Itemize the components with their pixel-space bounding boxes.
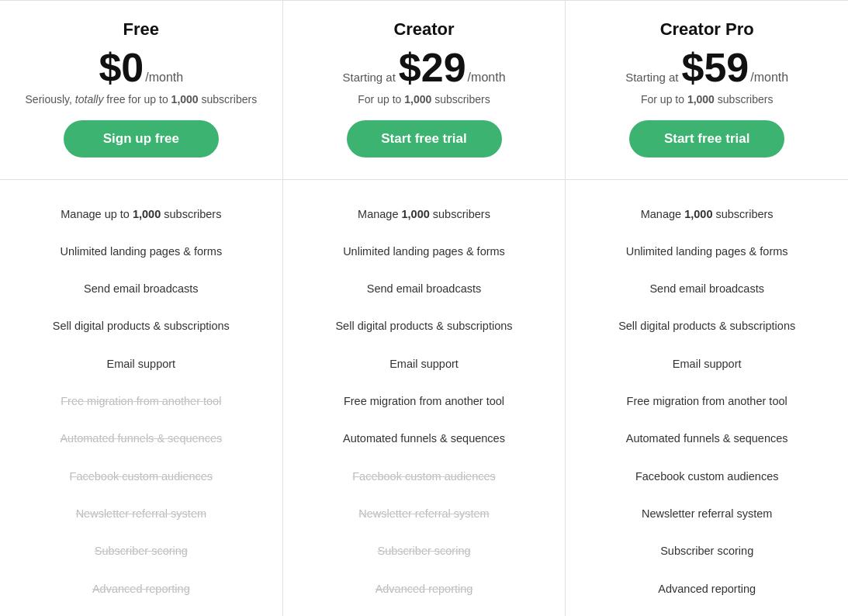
plan-col-creator: CreatorStarting at$29/monthFor up to 1,0… (283, 1, 566, 616)
price-wrap-free: $0/monthSeriously, totally free for up t… (26, 47, 258, 120)
feature-item-free-10: Advanced reporting (12, 570, 270, 607)
price-period-free: /month (145, 71, 183, 85)
plan-name-free: Free (123, 19, 159, 40)
price-period-creator: /month (468, 71, 506, 85)
plan-header-creator: CreatorStarting at$29/monthFor up to 1,0… (283, 1, 566, 180)
feature-item-creator-0: Manage 1,000 subscribers (296, 196, 553, 233)
price-amount-creator-pro: $59 (682, 47, 749, 88)
price-wrap-creator-pro: Starting at$59/monthFor up to 1,000 subs… (625, 47, 788, 120)
feature-item-creator-7: Facebook custom audiences (296, 458, 553, 495)
price-amount-free: $0 (99, 47, 144, 88)
cta-button-free[interactable]: Sign up free (64, 120, 219, 157)
feature-item-free-9: Subscriber scoring (12, 532, 270, 569)
plan-features-creator-pro: Manage 1,000 subscribersUnlimited landin… (566, 180, 848, 616)
price-sub-free: Seriously, totally free for up to 1,000 … (26, 92, 258, 108)
feature-item-creator-5: Free migration from another tool (296, 382, 553, 420)
feature-item-creator-4: Email support (296, 345, 553, 382)
price-row-creator-pro: Starting at$59/month (625, 47, 788, 88)
feature-item-free-4: Email support (12, 345, 270, 382)
feature-item-creator-pro-4: Email support (578, 345, 836, 382)
price-starting-creator-pro: Starting at (625, 71, 678, 84)
feature-item-creator-pro-8: Newsletter referral system (578, 495, 836, 532)
feature-item-free-2: Send email broadcasts (12, 270, 270, 307)
feature-item-creator-3: Sell digital products & subscriptions (296, 307, 553, 344)
feature-item-creator-pro-3: Sell digital products & subscriptions (578, 307, 836, 344)
feature-item-creator-pro-10: Advanced reporting (578, 570, 836, 607)
feature-item-free-7: Facebook custom audiences (12, 458, 270, 495)
feature-item-creator-pro-6: Automated funnels & sequences (578, 420, 836, 457)
feature-item-free-5: Free migration from another tool (12, 382, 270, 420)
feature-item-creator-10: Advanced reporting (296, 570, 553, 607)
feature-item-creator-8: Newsletter referral system (296, 495, 553, 532)
plan-header-free: Free$0/monthSeriously, totally free for … (0, 1, 282, 180)
plan-col-free: Free$0/monthSeriously, totally free for … (0, 1, 283, 616)
price-starting-creator: Starting at (342, 71, 395, 84)
price-row-creator: Starting at$29/month (342, 47, 505, 88)
plan-name-creator: Creator (393, 19, 454, 40)
feature-item-creator-pro-9: Subscriber scoring (578, 532, 836, 569)
feature-item-free-8: Newsletter referral system (12, 495, 270, 532)
feature-item-creator-2: Send email broadcasts (296, 270, 553, 307)
pricing-table: Free$0/monthSeriously, totally free for … (0, 0, 848, 616)
feature-item-free-1: Unlimited landing pages & forms (12, 233, 270, 270)
plan-features-creator: Manage 1,000 subscribersUnlimited landin… (283, 180, 566, 616)
feature-item-creator-9: Subscriber scoring (296, 532, 553, 569)
price-row-free: $0/month (26, 47, 258, 88)
price-wrap-creator: Starting at$29/monthFor up to 1,000 subs… (342, 47, 505, 120)
plan-header-creator-pro: Creator ProStarting at$59/monthFor up to… (566, 1, 848, 180)
feature-item-free-3: Sell digital products & subscriptions (12, 307, 270, 344)
price-period-creator-pro: /month (750, 71, 788, 85)
cta-button-creator-pro[interactable]: Start free trial (629, 120, 784, 157)
feature-item-free-0: Manage up to 1,000 subscribers (12, 196, 270, 233)
feature-item-creator-pro-2: Send email broadcasts (578, 270, 836, 307)
feature-item-creator-pro-5: Free migration from another tool (578, 382, 836, 420)
feature-item-creator-6: Automated funnels & sequences (296, 420, 553, 457)
feature-item-creator-pro-7: Facebook custom audiences (578, 458, 836, 495)
feature-item-free-6: Automated funnels & sequences (12, 420, 270, 457)
feature-item-creator-1: Unlimited landing pages & forms (296, 233, 553, 270)
cta-button-creator[interactable]: Start free trial (347, 120, 502, 157)
feature-item-creator-pro-0: Manage 1,000 subscribers (578, 196, 836, 233)
price-amount-creator: $29 (399, 47, 466, 88)
plan-col-creator-pro: Creator ProStarting at$59/monthFor up to… (566, 1, 848, 616)
plan-features-free: Manage up to 1,000 subscribersUnlimited … (0, 180, 282, 616)
price-sub-creator: For up to 1,000 subscribers (342, 92, 505, 108)
plan-name-creator-pro: Creator Pro (660, 19, 754, 40)
price-sub-creator-pro: For up to 1,000 subscribers (625, 92, 788, 108)
feature-item-creator-pro-1: Unlimited landing pages & forms (578, 233, 836, 270)
